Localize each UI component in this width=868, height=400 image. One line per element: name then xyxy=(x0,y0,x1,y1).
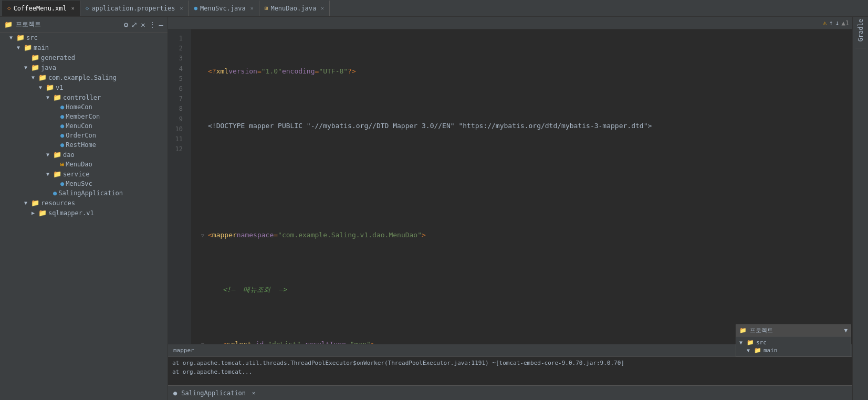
fold-icon-4[interactable]: ▽ xyxy=(201,231,204,240)
arrow-java: ▼ xyxy=(24,65,29,70)
arrow-src: ▼ xyxy=(9,35,15,40)
code-text-1h: "UTF-8" xyxy=(319,66,348,77)
fold-icon-6[interactable]: ▽ xyxy=(201,341,204,344)
tab-close-application-properties[interactable]: ✕ xyxy=(180,5,183,11)
sidebar: 📁 프로젝트 ⚙ ⤢ ✕ ⋮ — ▼ 📁 src ▼ 📁 main 📁 gene… xyxy=(0,17,168,400)
arrow-com-example: ▼ xyxy=(32,75,37,80)
sidebar-item-menucon[interactable]: ● MenuCon xyxy=(0,121,168,131)
sidebar-item-homecon[interactable]: ● HomeCon xyxy=(0,102,168,112)
folder-icon-generated: 📁 xyxy=(31,54,39,61)
sidebar-item-ordercon[interactable]: ● OrderCon xyxy=(0,131,168,140)
code-text-2: <!DOCTYPE mapper PUBLIC "-//mybatis.org/… xyxy=(208,121,652,132)
sidebar-item-membercon[interactable]: ● MemberCon xyxy=(0,112,168,121)
sidebar-label-menucon: MenuCon xyxy=(66,122,92,130)
tab-menu-dao-java[interactable]: ⊞ MenuDao.java ✕ xyxy=(259,1,330,16)
sidebar-item-src[interactable]: ▼ 📁 src xyxy=(0,33,168,43)
java-file-icon-menudao: ⊞ xyxy=(265,5,268,12)
line-number-4: 4 xyxy=(168,64,187,74)
tab-label-menu-svc-java: MenuSvc.java xyxy=(200,5,246,12)
sidebar-item-v1[interactable]: ▼ 📁 v1 xyxy=(0,82,168,92)
sidebar-minimize-icon[interactable]: — xyxy=(159,20,163,29)
tab-application-properties[interactable]: ◇ application.properties ✕ xyxy=(80,1,189,16)
gradle-panel-label[interactable]: Gradle xyxy=(857,19,864,41)
bottom-tab-icon: ● xyxy=(173,390,177,397)
sidebar-item-generated[interactable]: 📁 generated xyxy=(0,52,168,62)
sidebar-item-menudao[interactable]: ⊞ MenuDao xyxy=(0,160,168,169)
sidebar-label-com-example-saling: com.example.Saling xyxy=(48,74,117,81)
bottom-tab-bar: ● SalingApplication ✕ xyxy=(168,385,852,400)
folder-icon-dao: 📁 xyxy=(53,151,61,159)
sidebar-label-salingapplication: SalingApplication xyxy=(58,190,123,197)
tab-label-application-properties: application.properties xyxy=(91,5,175,12)
line-number-3: 3 xyxy=(168,54,187,64)
sidebar-more-icon[interactable]: ⋮ xyxy=(149,20,156,29)
code-text-1c: version xyxy=(228,66,257,77)
sidebar-label-java: java xyxy=(41,64,56,71)
code-text-6: <select id="doList" resultType="map"> xyxy=(208,339,375,344)
code-text-4c: namespace xyxy=(237,230,274,241)
file-icon-ordercon: ● xyxy=(60,132,64,139)
editor-content[interactable]: 1 2 3 4 5 6 7 8 9 10 11 12 <?xml version… xyxy=(168,29,852,344)
sidebar-header: 📁 프로젝트 ⚙ ⤢ ✕ ⋮ — xyxy=(0,17,168,33)
minimap-arrow-main: ▼ xyxy=(747,348,752,353)
gutter-4[interactable]: ▽ xyxy=(197,231,208,240)
tab-close-menu-dao-java[interactable]: ✕ xyxy=(321,5,324,11)
sidebar-item-controller[interactable]: ▼ 📁 controller xyxy=(0,92,168,102)
line-number-6: 6 xyxy=(168,84,187,94)
sidebar-title: 프로젝트 xyxy=(16,20,121,29)
code-text-4f: > xyxy=(422,230,426,241)
console-line-1: at org.apache.tomcat.util.threads.Thread… xyxy=(172,359,848,368)
sidebar-item-java[interactable]: ▼ 📁 java xyxy=(0,62,168,72)
line-number-7: 7 xyxy=(168,94,187,104)
sidebar-item-main[interactable]: ▼ 📁 main xyxy=(0,43,168,52)
tab-coffee-menu-xml[interactable]: ◇ CoffeeMenu.xml ✕ xyxy=(2,1,80,16)
sidebar-item-salingapplication[interactable]: ● SalingApplication xyxy=(0,188,168,198)
toolbar-down-icon[interactable]: ↓ xyxy=(835,19,840,27)
bottom-tab-close[interactable]: ✕ xyxy=(252,390,255,396)
file-icon-menucon: ● xyxy=(60,122,64,130)
sidebar-item-menusvc[interactable]: ● MenuSvc xyxy=(0,179,168,188)
file-icon-menusvc: ● xyxy=(60,180,64,187)
tab-close-coffee-menu-xml[interactable]: ✕ xyxy=(71,5,75,11)
gutter-6[interactable]: ▽ xyxy=(197,341,208,344)
tab-close-menu-svc-java[interactable]: ✕ xyxy=(250,5,254,11)
line-number-10: 10 xyxy=(168,124,187,134)
line-number-9: 9 xyxy=(168,114,187,124)
code-text-5: <!— 매뉴조회 —> xyxy=(208,285,287,296)
sidebar-close-icon[interactable]: ✕ xyxy=(141,20,145,29)
toolbar-up-icon[interactable]: ↑ xyxy=(829,19,833,27)
sidebar-item-resthome[interactable]: ● RestHome xyxy=(0,140,168,150)
file-icon-salingapplication: ● xyxy=(53,190,57,197)
console-area: at org.apache.tomcat.util.threads.Thread… xyxy=(168,356,852,385)
sidebar-settings-icon[interactable]: ⚙ xyxy=(124,20,128,29)
minimap-item-src[interactable]: ▼ 📁 src xyxy=(739,339,848,346)
minimap-folder-icon: 📁 xyxy=(739,327,747,334)
folder-icon-service: 📁 xyxy=(53,170,61,178)
breadcrumb-text: mapper xyxy=(173,347,194,354)
file-icon-menudao: ⊞ xyxy=(60,161,64,168)
arrow-v1: ▼ xyxy=(39,85,44,90)
sidebar-item-service[interactable]: ▼ 📁 service xyxy=(0,169,168,179)
bottom-tab-label[interactable]: SalingApplication xyxy=(181,390,246,397)
sidebar-item-com-example-saling[interactable]: ▼ 📁 com.example.Saling xyxy=(0,72,168,82)
sidebar-expand-icon[interactable]: ⤢ xyxy=(131,20,138,29)
minimap-item-main[interactable]: ▼ 📁 main xyxy=(739,346,848,354)
code-text-1a: <? xyxy=(208,66,216,77)
arrow-controller: ▼ xyxy=(46,94,51,100)
code-text-1f: encoding xyxy=(282,66,315,77)
minimap-panel: 📁 프로젝트 ▼ ▼ 📁 src ▼ 📁 main xyxy=(736,324,851,357)
sidebar-label-controller: controller xyxy=(63,94,101,101)
sidebar-label-homecon: HomeCon xyxy=(66,103,92,111)
sidebar-label-sqlmapper-v1: sqlmapper.v1 xyxy=(48,209,94,217)
minimap-arrow-src: ▼ xyxy=(739,340,745,345)
right-panel-divider xyxy=(855,48,866,48)
sidebar-item-dao[interactable]: ▼ 📁 dao xyxy=(0,150,168,160)
minimap-settings-icon[interactable]: ▼ xyxy=(844,327,848,334)
sidebar-item-resources[interactable]: ▼ 📁 resources xyxy=(0,198,168,208)
sidebar-label-resources: resources xyxy=(41,199,75,207)
sidebar-item-sqlmapper-v1[interactable]: ▶ 📁 sqlmapper.v1 xyxy=(0,208,168,218)
code-editor[interactable]: <?xml version="1.0" encoding="UTF-8" ?> … xyxy=(191,29,852,344)
code-text-1i: ?> xyxy=(348,66,356,77)
minimap-content: ▼ 📁 src ▼ 📁 main xyxy=(736,336,851,356)
tab-menu-svc-java[interactable]: ● MenuSvc.java ✕ xyxy=(189,1,259,16)
